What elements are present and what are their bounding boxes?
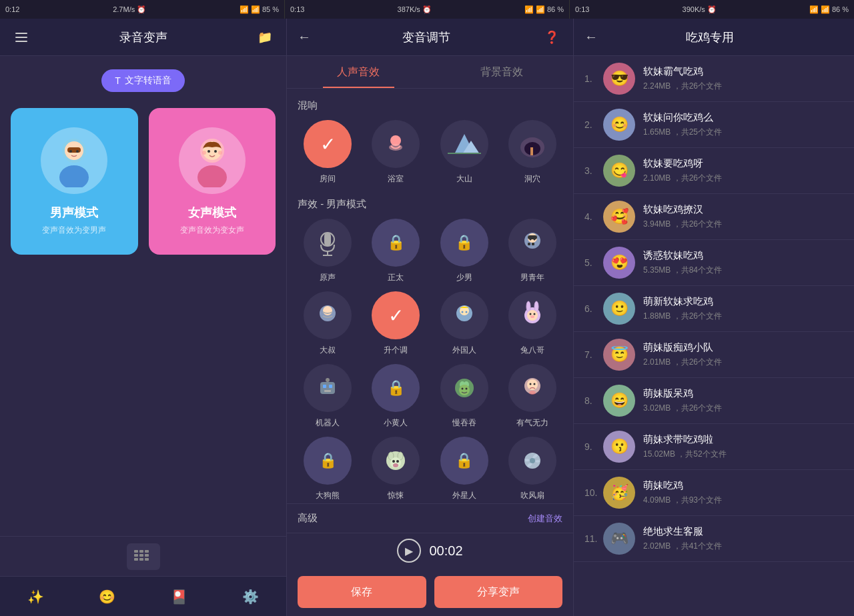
svg-point-68 xyxy=(529,383,531,385)
voice-effect-慢吞吞[interactable]: 慢吞吞 xyxy=(434,364,494,429)
list-meta: 2.01MB ，共26个文件 xyxy=(643,357,843,368)
voice-effect-外国人[interactable]: 外国人 xyxy=(434,291,494,356)
female-mode-card[interactable]: 女声模式 变声音效为变女声 xyxy=(149,108,276,255)
list-title: 萌新软妹求吃鸡 xyxy=(643,295,843,308)
svg-point-10 xyxy=(214,150,217,153)
voice-title: 声效 - 男声模式 xyxy=(298,198,562,211)
list-item[interactable]: 9. 😗 萌妹求带吃鸡啦 15.02MB ，共52个文件 xyxy=(574,424,854,470)
list-avatar: 😊 xyxy=(603,109,635,141)
text-to-speech-button[interactable]: T 文字转语音 xyxy=(101,69,185,92)
hamburger-menu[interactable] xyxy=(11,27,32,48)
speed-3: 390K/s xyxy=(683,5,705,13)
list-info: 诱惑软妹吃鸡 5.35MB ，共84个文件 xyxy=(643,249,843,276)
back-button-3[interactable]: ← xyxy=(584,29,598,45)
nav-settings[interactable]: ⚙️ xyxy=(234,583,267,610)
battery-3: 86 xyxy=(832,5,840,13)
list-title: 萌妹版痴鸡小队 xyxy=(643,341,843,354)
svg-point-65 xyxy=(465,388,467,390)
list-item[interactable]: 8. 😄 萌妹版呆鸡 3.02MB ，共26个文件 xyxy=(574,378,854,424)
voice-effect-兔八哥[interactable]: 兔八哥 xyxy=(502,291,562,356)
svg-rect-14 xyxy=(139,550,143,553)
voice-effect-少男[interactable]: 🔒少男 xyxy=(434,219,494,283)
list-number: 4. xyxy=(584,211,603,222)
list-number: 5. xyxy=(584,257,603,268)
svg-point-12 xyxy=(218,151,222,155)
voice-effect-男青年[interactable]: 男青年 xyxy=(502,219,562,283)
mix-effect-大山[interactable]: 大山 xyxy=(434,120,494,185)
list-title: 诱惑软妹吃鸡 xyxy=(643,249,843,262)
list-avatar: 😇 xyxy=(603,339,635,371)
voice-effect-正太[interactable]: 🔒正太 xyxy=(366,219,426,283)
mode-cards: 男声模式 变声音效为变男声 xyxy=(11,108,276,255)
chicken-list: 1. 😎 软妹霸气吃鸡 2.24MB ，共26个文件 2. 😊 软妹问你吃鸡么 … xyxy=(574,56,854,616)
effects-scroll[interactable]: 混响 ✓房间浴室大山洞穴 声效 - 男声模式 原声🔒正太🔒少男男青年大叔✓升个调… xyxy=(287,89,573,503)
list-item[interactable]: 7. 😇 萌妹版痴鸡小队 2.01MB ，共26个文件 xyxy=(574,332,854,378)
list-info: 绝地求生客服 2.02MB ，共41个文件 xyxy=(643,525,843,552)
create-effect-button[interactable]: 创建音效 xyxy=(528,513,562,525)
list-item[interactable]: 5. 😍 诱惑软妹吃鸡 5.35MB ，共84个文件 xyxy=(574,240,854,286)
list-item[interactable]: 3. 😋 软妹要吃鸡呀 2.10MB ，共26个文件 xyxy=(574,148,854,194)
svg-point-7 xyxy=(197,165,227,187)
list-item[interactable]: 4. 🥰 软妹吃鸡撩汉 3.94MB ，共26个文件 xyxy=(574,194,854,240)
voice-effect-有气无力[interactable]: 有气无力 xyxy=(502,364,562,429)
svg-point-46 xyxy=(465,311,467,313)
voice-effect-吹风扇[interactable]: 吹风扇 xyxy=(502,437,562,501)
save-button[interactable]: 保存 xyxy=(298,576,426,608)
mix-effect-浴室[interactable]: 浴室 xyxy=(366,120,426,185)
voice-effect-原声[interactable]: 原声 xyxy=(298,219,358,283)
panel2-header: ← 变音调节 ❓ xyxy=(287,19,573,56)
list-item[interactable]: 11. 🎮 绝地求生客服 2.02MB ，共41个文件 xyxy=(574,516,854,562)
svg-point-11 xyxy=(202,151,206,155)
list-meta: 15.02MB ，共52个文件 xyxy=(643,449,843,460)
panel1-content: T 文字转语音 xyxy=(0,56,286,536)
help-icon[interactable]: ❓ xyxy=(541,27,562,48)
list-info: 软妹问你吃鸡么 1.65MB ，共25个文件 xyxy=(643,111,843,138)
panel3-header: ← 吃鸡专用 xyxy=(574,19,854,56)
time-display: 00:02 xyxy=(429,543,462,559)
nav-card[interactable]: 🎴 xyxy=(162,583,195,610)
effect-label: 升个调 xyxy=(384,345,408,356)
svg-point-48 xyxy=(526,301,530,312)
status-bar-1: 0:12 2.7M/s ⏰ 📶 📶 85 % xyxy=(0,0,285,19)
speed-1: 2.7M/s xyxy=(113,5,135,13)
list-title: 软妹问你吃鸡么 xyxy=(643,111,843,124)
voice-effect-惊悚[interactable]: 惊悚 xyxy=(366,437,426,501)
svg-point-45 xyxy=(461,311,463,313)
back-button-2[interactable]: ← xyxy=(298,29,311,45)
male-mode-desc: 变声音效为变男声 xyxy=(42,225,106,236)
nav-effects[interactable]: ✨ xyxy=(19,583,53,610)
folder-icon[interactable]: 📁 xyxy=(254,27,276,48)
male-mode-card[interactable]: 男声模式 变声音效为变男声 xyxy=(11,108,138,255)
mix-effect-房间[interactable]: ✓房间 xyxy=(298,120,358,185)
svg-point-37 xyxy=(529,239,531,241)
mix-effect-洞穴[interactable]: 洞穴 xyxy=(502,120,562,185)
list-avatar: 🥳 xyxy=(603,477,635,509)
panel-chicken: ← 吃鸡专用 1. 😎 软妹霸气吃鸡 2.24MB ，共26个文件 2. 😊 软… xyxy=(574,19,854,616)
voice-effect-机器人[interactable]: 机器人 xyxy=(298,364,358,429)
wifi-2: 📶 xyxy=(536,5,545,14)
voice-effect-大叔[interactable]: 大叔 xyxy=(298,291,358,356)
list-item[interactable]: 10. 🥳 萌妹吃鸡 4.09MB ，共93个文件 xyxy=(574,470,854,516)
svg-point-49 xyxy=(534,301,538,312)
svg-rect-26 xyxy=(448,153,481,154)
list-info: 萌妹版痴鸡小队 2.01MB ，共26个文件 xyxy=(643,341,843,368)
tab-bg-effects[interactable]: 背景音效 xyxy=(430,56,574,88)
play-button[interactable]: ▶ xyxy=(397,539,421,563)
list-item[interactable]: 2. 😊 软妹问你吃鸡么 1.65MB ，共25个文件 xyxy=(574,102,854,148)
tab-voice-effects[interactable]: 人声音效 xyxy=(287,56,430,88)
nav-face[interactable]: 😊 xyxy=(91,583,124,610)
list-avatar: 😍 xyxy=(603,247,635,279)
list-item[interactable]: 6. 🙂 萌新软妹求吃鸡 1.88MB ，共26个文件 xyxy=(574,286,854,332)
voice-effect-小黄人[interactable]: 🔒小黄人 xyxy=(366,364,426,429)
panel1-footer xyxy=(0,536,286,576)
voice-effect-升个调[interactable]: ✓升个调 xyxy=(366,291,426,356)
mix-effects-grid: ✓房间浴室大山洞穴 xyxy=(298,120,562,185)
share-button[interactable]: 分享变声 xyxy=(434,576,563,608)
voice-effect-大狗熊[interactable]: 🔒大狗熊 xyxy=(298,437,358,501)
list-meta: 1.88MB ，共26个文件 xyxy=(643,311,843,322)
male-mode-title: 男声模式 xyxy=(50,205,98,221)
effect-label: 洞穴 xyxy=(524,173,540,185)
list-item[interactable]: 1. 😎 软妹霸气吃鸡 2.24MB ，共26个文件 xyxy=(574,56,854,102)
list-avatar: 😎 xyxy=(603,63,635,95)
voice-effect-外星人[interactable]: 🔒外星人 xyxy=(434,437,494,501)
